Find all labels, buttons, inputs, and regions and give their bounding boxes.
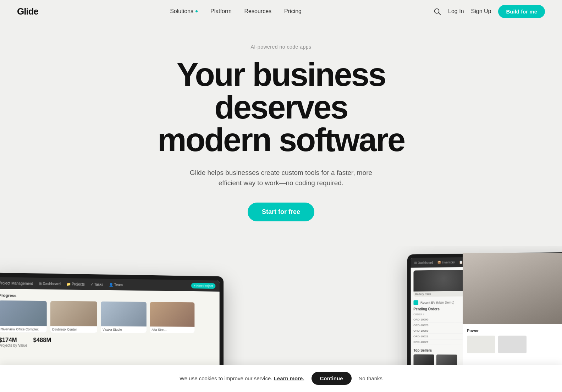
- panel-card-1: [467, 336, 495, 353]
- project-img-2: [50, 301, 97, 326]
- hero-section: AI-powered no code apps Your business de…: [0, 23, 562, 236]
- project-img-4: [150, 302, 195, 327]
- logo[interactable]: Glide: [17, 6, 38, 17]
- order-id-3: ORD-10059: [413, 329, 428, 332]
- tab-dashboard: ⊞ Dashboard: [414, 261, 433, 265]
- navbar: Glide Solutions Platform Resources Prici…: [0, 0, 562, 23]
- app-icon: [413, 300, 418, 305]
- topbar-projects: 📁 Projects: [66, 282, 85, 286]
- order-id-1: ORD-10090: [413, 318, 428, 321]
- panel-card-2: [498, 336, 527, 353]
- order-id-5: ORD-10027: [413, 341, 428, 344]
- car-image: [463, 253, 562, 324]
- svg-line-1: [439, 13, 440, 15]
- project-img-3: [101, 302, 147, 327]
- project-card-2: Daybreak Center: [50, 301, 97, 333]
- project-label-1: Riverview Office Complex: [0, 326, 47, 333]
- topbar-dashboard: ⊞ Dashboard: [39, 281, 60, 286]
- project-cards: Riverview Office Complex Daybreak Center…: [0, 300, 215, 333]
- app-name-label: Recent EV (Main Demo): [420, 300, 454, 304]
- project-label-4: Alta Stre…: [150, 326, 195, 333]
- panel-cards: [467, 336, 558, 353]
- progress-label: Progress: [0, 293, 215, 300]
- cookie-no-thanks-button[interactable]: No thanks: [359, 375, 383, 381]
- stat-label-1: Projects by Value: [0, 343, 27, 347]
- search-icon[interactable]: [433, 7, 441, 15]
- stat-value-2: $488M: [33, 337, 51, 343]
- nav-right: Log In Sign Up Build for me: [433, 5, 545, 18]
- signup-button[interactable]: Sign Up: [471, 8, 491, 15]
- tab-inventory: 📦 Inventory: [437, 260, 455, 264]
- project-card-1: Riverview Office Complex: [0, 300, 47, 333]
- stat-value-1: $174M: [0, 337, 27, 343]
- learn-more-link[interactable]: Learn more.: [274, 375, 304, 381]
- hero-cta-button[interactable]: Start for free: [248, 203, 314, 221]
- project-label-3: Visaka Studio: [101, 326, 147, 333]
- project-stats: $174M Projects by Value $488M: [0, 337, 215, 347]
- topbar-team: 👤 Team: [109, 282, 123, 287]
- panel-section-title: Power: [467, 328, 558, 333]
- nav-resources[interactable]: Resources: [244, 8, 271, 15]
- nav-solutions[interactable]: Solutions: [170, 8, 198, 15]
- nav-pricing[interactable]: Pricing: [284, 8, 302, 15]
- stat-2: $488M: [33, 337, 51, 348]
- hero-title: Your business deserves modern software: [121, 58, 441, 156]
- project-label-2: Daybreak Center: [50, 326, 97, 333]
- cookie-continue-button[interactable]: Continue: [312, 372, 352, 385]
- device-left-content: Progress Riverview Office Complex Daybre…: [0, 289, 220, 352]
- topbar-tasks: ✓ Tasks: [90, 282, 103, 287]
- build-button[interactable]: Build for me: [498, 5, 545, 18]
- login-button[interactable]: Log In: [448, 8, 464, 15]
- hero-subtitle: Glide helps businesses create custom too…: [185, 167, 377, 188]
- project-card-3: Visaka Studio: [101, 302, 147, 333]
- nav-center: Solutions Platform Resources Pricing: [170, 8, 302, 15]
- topbar-header: Project Management: [0, 281, 33, 286]
- nav-platform[interactable]: Platform: [210, 8, 232, 15]
- order-id-4: ORD-10021: [413, 335, 428, 338]
- solutions-dot: [195, 10, 198, 12]
- project-card-4: Alta Stre…: [150, 302, 195, 333]
- cookie-text: We use cookies to improve our service. L…: [180, 375, 304, 381]
- order-id-2: ORD-10070: [413, 324, 428, 327]
- new-project-button[interactable]: + New Project: [191, 283, 215, 289]
- stat-1: $174M Projects by Value: [0, 337, 27, 347]
- hero-eyebrow: AI-powered no code apps: [0, 44, 562, 50]
- project-img-1: [0, 300, 47, 326]
- cookie-banner: We use cookies to improve our service. L…: [0, 365, 562, 392]
